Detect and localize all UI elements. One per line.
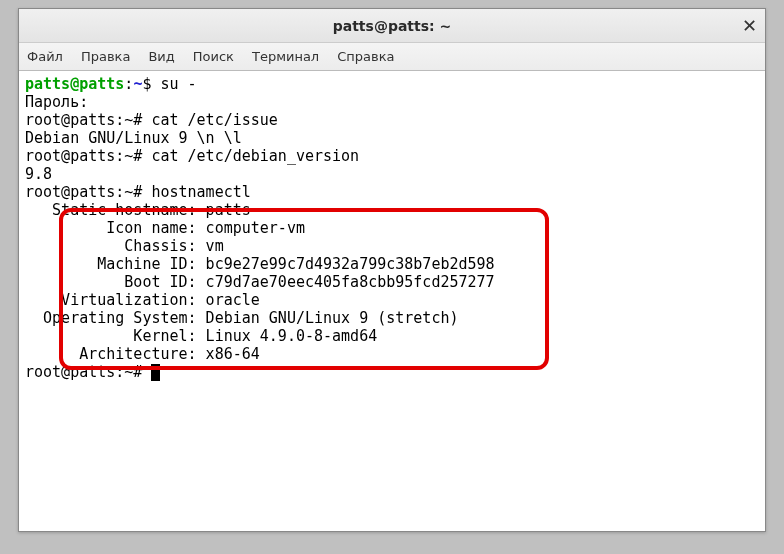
menu-terminal[interactable]: Терминал xyxy=(252,49,319,64)
output-line: Chassis: vm xyxy=(25,237,759,255)
output-line: Kernel: Linux 4.9.0-8-amd64 xyxy=(25,327,759,345)
output-line: Machine ID: bc9e27e99c7d4932a799c38b7eb2… xyxy=(25,255,759,273)
menubar: Файл Правка Вид Поиск Терминал Справка xyxy=(19,43,765,71)
output-line: Operating System: Debian GNU/Linux 9 (st… xyxy=(25,309,759,327)
prompt-line: patts@patts:~$ su - xyxy=(25,75,759,93)
window-title: patts@patts: ~ xyxy=(333,18,452,34)
output-line: Пароль: xyxy=(25,93,759,111)
output-line: root@patts:~# cat /etc/issue xyxy=(25,111,759,129)
prompt-line: root@patts:~# xyxy=(25,363,759,381)
output-line: Virtualization: oracle xyxy=(25,291,759,309)
terminal-window: patts@patts: ~ ✕ Файл Правка Вид Поиск Т… xyxy=(18,8,766,532)
output-line: Boot ID: c79d7ae70eec405fa8cbb95fcd25727… xyxy=(25,273,759,291)
window-titlebar[interactable]: patts@patts: ~ ✕ xyxy=(19,9,765,43)
cursor-icon xyxy=(151,364,160,381)
prompt-user: patts@patts xyxy=(25,75,124,93)
close-icon[interactable]: ✕ xyxy=(742,17,757,35)
menu-search[interactable]: Поиск xyxy=(193,49,234,64)
menu-help[interactable]: Справка xyxy=(337,49,394,64)
output-line: root@patts:~# cat /etc/debian_version xyxy=(25,147,759,165)
menu-file[interactable]: Файл xyxy=(27,49,63,64)
output-line: Architecture: x86-64 xyxy=(25,345,759,363)
output-line: root@patts:~# hostnamectl xyxy=(25,183,759,201)
output-line: Debian GNU/Linux 9 \n \l xyxy=(25,129,759,147)
output-line: 9.8 xyxy=(25,165,759,183)
output-line: Static hostname: patts xyxy=(25,201,759,219)
terminal-output[interactable]: patts@patts:~$ su -Пароль:root@patts:~# … xyxy=(19,71,765,531)
menu-view[interactable]: Вид xyxy=(148,49,174,64)
output-line: Icon name: computer-vm xyxy=(25,219,759,237)
menu-edit[interactable]: Правка xyxy=(81,49,130,64)
